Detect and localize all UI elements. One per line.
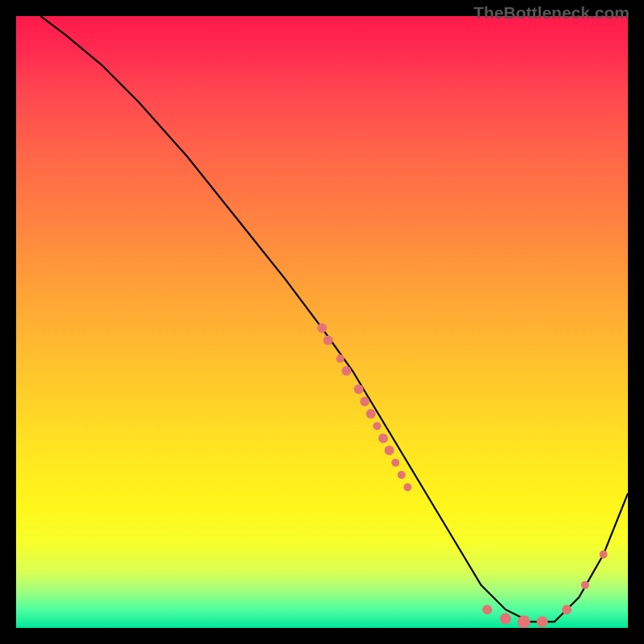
chart-marker bbox=[398, 471, 406, 479]
chart-curve-line bbox=[40, 16, 628, 621]
chart-marker bbox=[317, 324, 327, 333]
chart-marker bbox=[391, 459, 399, 467]
chart-markers-group bbox=[317, 324, 608, 628]
chart-marker bbox=[581, 581, 589, 589]
chart-marker bbox=[373, 422, 381, 430]
chart-marker bbox=[378, 433, 388, 443]
watermark-text: TheBottleneck.com bbox=[473, 3, 630, 23]
chart-marker bbox=[562, 605, 572, 614]
chart-plot-area bbox=[16, 16, 628, 628]
chart-marker bbox=[360, 397, 369, 407]
chart-marker bbox=[600, 551, 608, 559]
chart-marker bbox=[537, 616, 548, 627]
chart-marker bbox=[385, 446, 394, 456]
chart-marker bbox=[403, 483, 411, 491]
chart-marker bbox=[482, 605, 492, 614]
chart-marker bbox=[324, 336, 333, 345]
chart-marker bbox=[354, 385, 364, 394]
chart-marker bbox=[336, 355, 345, 363]
chart-marker bbox=[500, 613, 511, 625]
chart-marker bbox=[366, 409, 376, 419]
chart-marker bbox=[518, 615, 530, 628]
chart-marker bbox=[341, 366, 351, 376]
chart-svg bbox=[16, 16, 628, 628]
